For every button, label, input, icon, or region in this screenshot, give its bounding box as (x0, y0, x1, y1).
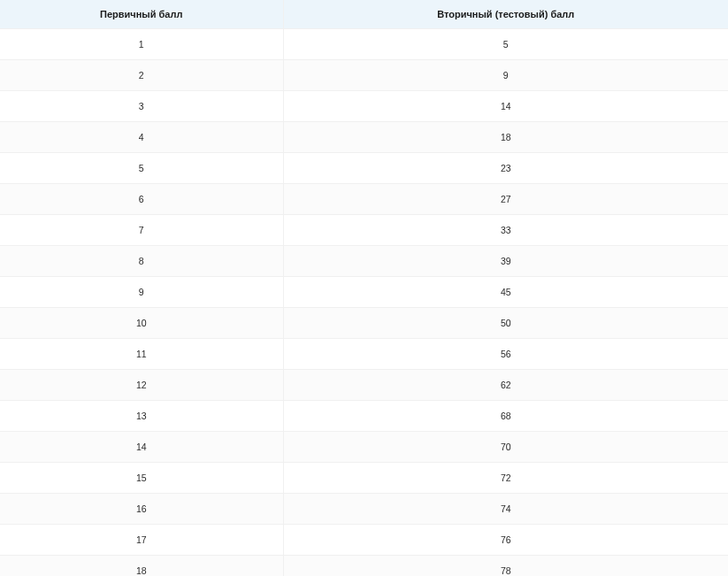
primary-score-cell: 15 (0, 463, 283, 494)
primary-score-cell: 13 (0, 401, 283, 432)
table-row: 1368 (0, 401, 728, 432)
table-row: 1572 (0, 463, 728, 494)
table-header-row: Первичный балл Вторичный (тестовый) балл (0, 0, 728, 29)
secondary-score-cell: 56 (283, 339, 728, 370)
table-row: 733 (0, 215, 728, 246)
secondary-score-cell: 70 (283, 432, 728, 463)
secondary-score-cell: 5 (283, 29, 728, 60)
table-row: 1674 (0, 494, 728, 525)
table-row: 1156 (0, 339, 728, 370)
table-row: 1878 (0, 556, 728, 577)
primary-score-cell: 7 (0, 215, 283, 246)
secondary-score-cell: 45 (283, 277, 728, 308)
primary-score-cell: 1 (0, 29, 283, 60)
secondary-score-cell: 74 (283, 494, 728, 525)
table-row: 1776 (0, 525, 728, 556)
table-row: 15 (0, 29, 728, 60)
table-row: 523 (0, 153, 728, 184)
secondary-score-cell: 18 (283, 122, 728, 153)
primary-score-cell: 11 (0, 339, 283, 370)
secondary-score-cell: 68 (283, 401, 728, 432)
primary-score-cell: 4 (0, 122, 283, 153)
primary-score-cell: 10 (0, 308, 283, 339)
primary-score-cell: 5 (0, 153, 283, 184)
primary-score-cell: 17 (0, 525, 283, 556)
secondary-score-cell: 14 (283, 91, 728, 122)
secondary-score-cell: 72 (283, 463, 728, 494)
secondary-score-cell: 50 (283, 308, 728, 339)
table-row: 1470 (0, 432, 728, 463)
primary-score-cell: 12 (0, 370, 283, 401)
table-row: 945 (0, 277, 728, 308)
header-primary-score: Первичный балл (0, 0, 283, 29)
table-row: 839 (0, 246, 728, 277)
primary-score-cell: 3 (0, 91, 283, 122)
primary-score-cell: 9 (0, 277, 283, 308)
table-row: 627 (0, 184, 728, 215)
primary-score-cell: 8 (0, 246, 283, 277)
score-conversion-table: Первичный балл Вторичный (тестовый) балл… (0, 0, 728, 576)
secondary-score-cell: 39 (283, 246, 728, 277)
secondary-score-cell: 76 (283, 525, 728, 556)
secondary-score-cell: 27 (283, 184, 728, 215)
table-row: 1262 (0, 370, 728, 401)
primary-score-cell: 14 (0, 432, 283, 463)
secondary-score-cell: 78 (283, 556, 728, 577)
table-row: 314 (0, 91, 728, 122)
secondary-score-cell: 33 (283, 215, 728, 246)
primary-score-cell: 16 (0, 494, 283, 525)
table-row: 29 (0, 60, 728, 91)
primary-score-cell: 18 (0, 556, 283, 577)
table-body: 1529314418523627733839945105011561262136… (0, 29, 728, 577)
secondary-score-cell: 23 (283, 153, 728, 184)
table-row: 1050 (0, 308, 728, 339)
primary-score-cell: 6 (0, 184, 283, 215)
header-secondary-score: Вторичный (тестовый) балл (283, 0, 728, 29)
table-row: 418 (0, 122, 728, 153)
secondary-score-cell: 62 (283, 370, 728, 401)
secondary-score-cell: 9 (283, 60, 728, 91)
primary-score-cell: 2 (0, 60, 283, 91)
